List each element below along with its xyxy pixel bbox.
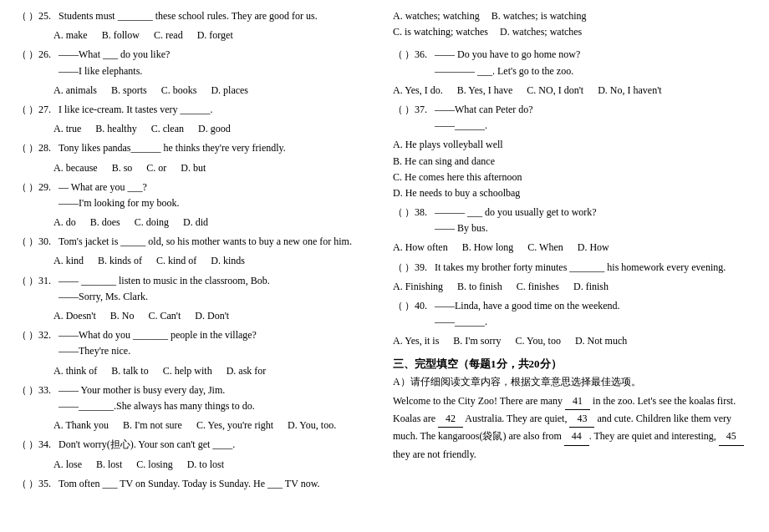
q-num: ）40.	[405, 298, 431, 330]
q-num: ）29.	[28, 180, 55, 211]
bracket: （	[17, 437, 27, 453]
left-column: （ ）25. Students must _______ these schoo…	[17, 8, 376, 495]
q-text: —— Do you have to go home now?———— ___. …	[435, 47, 752, 79]
options-35: A. watches; watchingB. watches; is watch…	[393, 8, 752, 40]
question-35: （ ）35. Tom often ___ TV on Sunday. Today…	[17, 476, 376, 492]
question-31: （ ）31. —— _______ listen to music in the…	[17, 273, 376, 305]
option-b: B. follow	[102, 28, 140, 43]
option-c: C. When	[527, 240, 563, 256]
q-text: It takes my brother forty minutes ______…	[435, 260, 752, 276]
options-25: A. make B. follow C. read D. forget	[53, 28, 376, 43]
q-num: ）36.	[405, 47, 431, 79]
q-num: ）31.	[28, 273, 55, 305]
option-d: D. to lost	[187, 457, 224, 473]
option-b: B. healthy	[95, 121, 136, 137]
blank-45: 45	[719, 428, 744, 445]
option-a: A. Finishing	[393, 279, 443, 295]
option-b: B. I'm sorry	[453, 333, 501, 349]
option-c: C. is watching; watches	[393, 24, 488, 40]
option-d: D. He needs to buy a schoolbag	[393, 185, 752, 201]
option-c: C. Can't	[149, 308, 181, 324]
option-b: B. does	[90, 215, 120, 231]
q-text: I like ice-cream. It tastes very ______.	[59, 102, 376, 118]
option-c: C. clean	[151, 121, 184, 137]
options-27: A. true B. healthy C. clean D. good	[53, 121, 376, 137]
q-text: ——What ___ do you like?——I like elephant…	[59, 47, 376, 79]
q-num: ）28.	[28, 140, 55, 156]
option-c: C. help with	[163, 363, 212, 379]
q-num: ）25.	[28, 8, 55, 24]
option-b: B. He can sing and dance	[393, 154, 752, 170]
option-c: C. or	[146, 160, 166, 176]
question-33: （ ）33. —— Your mother is busy every day,…	[17, 383, 376, 414]
q-num: ）26.	[28, 47, 55, 79]
question-40: （ ）40. ——Linda, have a good time on the …	[393, 298, 752, 330]
option-b: B. Yes, I have	[457, 83, 513, 99]
bracket: （	[17, 102, 27, 118]
option-a: A. How often	[393, 240, 448, 256]
q-num: ）32.	[28, 327, 55, 359]
bracket: （	[17, 476, 27, 492]
option-b: B. talk to	[111, 363, 148, 379]
right-column: A. watches; watchingB. watches; is watch…	[393, 8, 752, 495]
question-39: （ ）39. It takes my brother forty minutes…	[393, 260, 752, 276]
option-a: A. watches; watching	[393, 8, 480, 24]
q-num: ）38.	[405, 205, 431, 236]
option-a: A. Yes, I do.	[393, 83, 443, 99]
bracket: （	[393, 298, 403, 330]
options-29: A. do B. does C. doing D. did	[53, 215, 376, 231]
options-40: A. Yes, it is B. I'm sorry C. You, too D…	[393, 333, 752, 349]
question-25: （ ）25. Students must _______ these schoo…	[17, 8, 376, 24]
question-34: （ ）34. Don't worry(担心). Your son can't g…	[17, 437, 376, 453]
q-text: Tony likes pandas______ he thinks they'r…	[59, 140, 376, 156]
q-text: Tom's jacket is _____ old, so his mother…	[59, 234, 376, 250]
options-38: A. How often B. How long C. When D. How	[393, 240, 752, 256]
question-37: （ ）37. ——What can Peter do?——______.	[393, 102, 752, 134]
option-d: D. places	[211, 83, 248, 99]
question-36: （ ）36. —— Do you have to go home now?———…	[393, 47, 752, 79]
section3-paragraph: Welcome to the City Zoo! There are many …	[393, 393, 752, 464]
option-b: B. sports	[111, 83, 147, 99]
option-c: C. kind of	[156, 253, 196, 269]
q-text: Don't worry(担心). Your son can't get ____…	[59, 437, 376, 453]
question-38: （ ）38. ——— ___ do you usually get to wor…	[393, 205, 752, 236]
bracket: （	[17, 273, 27, 305]
q-text: —— Your mother is busy every day, Jim.——…	[59, 383, 376, 414]
option-d: D. finish	[573, 279, 609, 295]
option-d: D. but	[181, 160, 206, 176]
option-d: D. No, I haven't	[598, 83, 661, 99]
option-b: B. to finish	[457, 279, 502, 295]
bracket: （	[393, 47, 403, 79]
question-26: （ ）26. ——What ___ do you like?——I like e…	[17, 47, 376, 79]
option-a: A. do	[53, 215, 76, 231]
option-b: B. No	[110, 308, 135, 324]
options-39: A. Finishing B. to finish C. finishes D.…	[393, 279, 752, 295]
question-28: （ ）28. Tony likes pandas______ he thinks…	[17, 140, 376, 156]
blank-42: 42	[438, 410, 463, 428]
option-d: D. You, too.	[288, 418, 336, 433]
q-text: ——What do you _______ people in the vill…	[59, 327, 376, 359]
option-d: D. good	[198, 121, 231, 137]
option-d: D. Not much	[575, 333, 627, 349]
options-30: A. kind B. kinds of C. kind of D. kinds	[53, 253, 376, 269]
option-d: D. kinds	[211, 253, 245, 269]
bracket: （	[17, 140, 27, 156]
q-num: ）35.	[28, 476, 55, 492]
option-b: B. How long	[462, 240, 514, 256]
bracket: （	[17, 180, 27, 211]
option-b: B. watches; is watching	[491, 8, 587, 24]
q-num: ）27.	[28, 102, 55, 118]
option-d: D. watches; watches	[500, 24, 582, 40]
option-a: A. Yes, it is	[393, 333, 439, 349]
bracket: （	[393, 260, 403, 276]
option-b: B. I'm not sure	[123, 418, 182, 433]
option-a: A. true	[53, 121, 81, 137]
q-num: ）37.	[405, 102, 431, 134]
option-a: A. animals	[53, 83, 97, 99]
q-num: ）34.	[28, 437, 55, 453]
q-text: — What are you ___?——I'm looking for my …	[59, 180, 376, 211]
question-27: （ ）27. I like ice-cream. It tastes very …	[17, 102, 376, 118]
section3-title: 三、完型填空（每题1分，共20分）	[393, 357, 752, 372]
question-32: （ ）32. ——What do you _______ people in t…	[17, 327, 376, 359]
option-a: A. because	[53, 160, 98, 176]
